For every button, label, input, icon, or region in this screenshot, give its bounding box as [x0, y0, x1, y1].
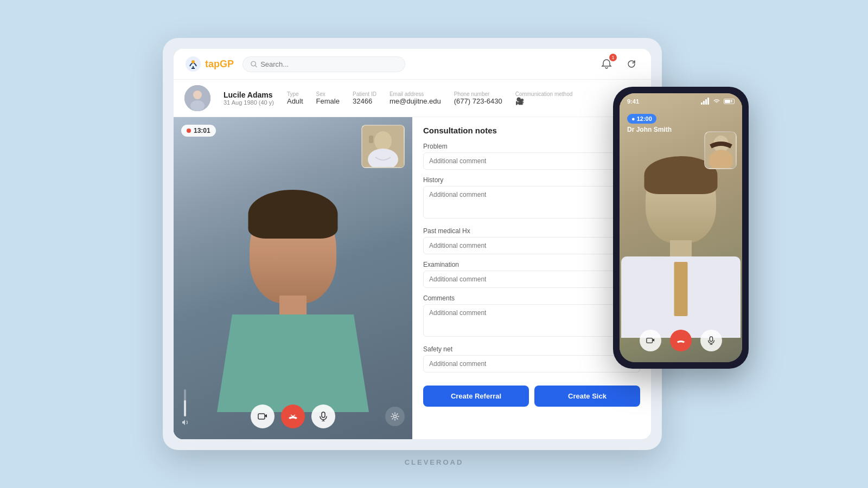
past-medical-label: Past medical Hx: [423, 227, 640, 235]
sex-value: Female: [316, 97, 340, 105]
phone-pip-image: [705, 132, 736, 168]
patient-phone-field: Phone number (677) 723-6430: [454, 91, 502, 105]
phone-screen: 9:41: [620, 93, 742, 362]
svg-point-1: [192, 60, 195, 63]
tablet-screen: tapGP 1: [174, 49, 651, 439]
past-medical-input[interactable]: [423, 237, 640, 254]
settings-icon: [391, 412, 399, 421]
phone-camera-button[interactable]: [640, 330, 661, 351]
action-buttons: Create Referral Create Sick: [423, 380, 640, 407]
svg-rect-24: [647, 338, 653, 343]
video-timer: 13:01: [194, 127, 210, 134]
history-field: History: [423, 176, 640, 221]
history-input[interactable]: [423, 186, 640, 219]
create-sick-button[interactable]: Create Sick: [534, 386, 640, 407]
settings-button[interactable]: [385, 407, 405, 426]
phone-label: Phone number: [454, 91, 502, 97]
doctor-pip-inner: [362, 126, 404, 167]
phone-camera-icon: [646, 336, 655, 345]
search-bar[interactable]: [242, 56, 405, 72]
svg-rect-11: [369, 136, 373, 143]
svg-point-10: [374, 131, 392, 151]
comm-label: Communication method: [515, 91, 573, 97]
search-input[interactable]: [260, 60, 397, 68]
type-value: Adult: [287, 97, 303, 105]
svg-point-0: [186, 56, 201, 72]
logo-text: tapGP: [205, 59, 234, 70]
patient-id-label: Patient ID: [353, 91, 376, 97]
svg-rect-13: [380, 150, 386, 160]
logo-icon: [184, 55, 202, 73]
phone-timer-badge: ● 12:00: [627, 114, 656, 124]
notes-title: Consultation notes: [423, 126, 640, 135]
patient-name: Lucile Adams: [224, 91, 274, 99]
doctor-pip-image: [362, 126, 404, 167]
end-call-icon: [288, 411, 298, 422]
signal-bars: [701, 98, 709, 105]
main-content: 13:01: [174, 117, 651, 439]
microphone-icon: [318, 412, 328, 421]
phone-end-call-icon: [676, 336, 686, 345]
problem-label: Problem: [423, 143, 640, 150]
examination-input[interactable]: [423, 271, 640, 288]
patient-type-field: Type Adult: [287, 91, 303, 105]
problem-input[interactable]: [423, 152, 640, 170]
svg-point-20: [394, 415, 397, 418]
patient-name-block: Lucile Adams 31 Aug 1980 (40 y): [224, 91, 274, 106]
phone-pip: [704, 131, 737, 169]
past-medical-field: Past medical Hx: [423, 227, 640, 254]
svg-point-7: [193, 91, 202, 99]
battery-tip: [731, 100, 732, 102]
patient-avatar: [184, 85, 210, 111]
camera-toggle-button[interactable]: [251, 404, 275, 428]
camera-icon: [258, 412, 267, 421]
sex-label: Sex: [316, 91, 340, 97]
end-call-button[interactable]: [281, 404, 305, 428]
patient-id-field: Patient ID 32466: [353, 91, 376, 105]
logo: tapGP: [184, 55, 234, 73]
comments-input[interactable]: [423, 304, 640, 337]
comments-label: Comments: [423, 294, 640, 302]
type-label: Type: [287, 91, 303, 97]
problem-field: Problem: [423, 143, 640, 170]
history-label: History: [423, 176, 640, 184]
communication-method-field: Communication method 🎥: [515, 91, 573, 105]
patient-id-value: 32466: [353, 97, 376, 105]
create-referral-button[interactable]: Create Referral: [423, 386, 529, 407]
safety-input[interactable]: [423, 355, 640, 373]
mute-button[interactable]: [311, 404, 335, 428]
video-timer-badge: 13:01: [181, 125, 216, 137]
svg-point-8: [190, 100, 205, 111]
phone-mute-button[interactable]: [700, 330, 722, 351]
battery-icon: [724, 99, 735, 104]
phone-doctor-name: Dr John Smith: [627, 126, 672, 133]
avatar-image: [184, 85, 210, 111]
patient-email-field: Email address me@dujitne.edu: [390, 91, 441, 105]
brand-footer: CLEVEROAD: [405, 458, 464, 466]
navbar: tapGP 1: [174, 49, 651, 80]
examination-field: Examination: [423, 261, 640, 288]
comments-field: Comments: [423, 294, 640, 339]
video-controls: [174, 404, 412, 428]
safety-net-field: Safety net: [423, 345, 640, 373]
email-label: Email address: [390, 91, 441, 97]
search-icon: [251, 61, 257, 68]
phone-microphone-icon: [707, 336, 716, 345]
phone-time: 9:41: [627, 98, 639, 105]
svg-rect-14: [258, 414, 265, 419]
tablet-device: tapGP 1: [163, 38, 662, 450]
doctor-pip: [361, 125, 405, 168]
svg-rect-25: [710, 337, 712, 342]
phone-doctor-silhouette: [627, 156, 735, 330]
phone-value: (677) 723-6430: [454, 97, 502, 105]
wifi-icon: [713, 99, 720, 104]
patient-dob: 31 Aug 1980 (40 y): [224, 99, 274, 106]
phone-pip-person: [705, 132, 737, 169]
scene: tapGP 1: [163, 22, 705, 466]
phone-tie: [674, 262, 688, 316]
comm-icon: 🎥: [515, 97, 573, 105]
refresh-button[interactable]: [623, 55, 640, 73]
phone-status-bar: 9:41: [620, 93, 742, 107]
phone-end-call-button[interactable]: [670, 330, 692, 351]
notification-button[interactable]: 1: [598, 55, 615, 73]
